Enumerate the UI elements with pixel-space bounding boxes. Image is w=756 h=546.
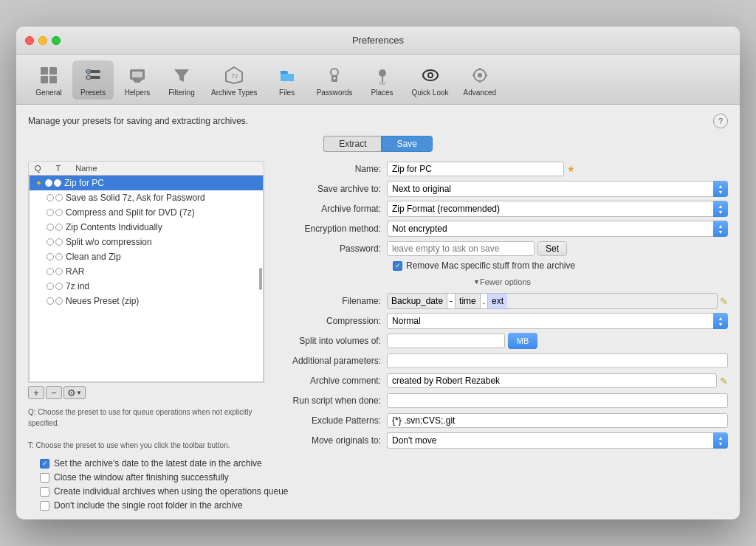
toolbar-files[interactable]: Files bbox=[267, 61, 308, 100]
checkbox-date[interactable] bbox=[40, 459, 49, 469]
radio-t-8[interactable] bbox=[55, 283, 63, 290]
password-input[interactable] bbox=[387, 241, 535, 256]
preset-item-7[interactable]: RAR bbox=[30, 264, 263, 279]
checkbox-individual[interactable] bbox=[40, 487, 49, 497]
move-originals-select[interactable]: Don't move ▲ ▼ bbox=[387, 432, 728, 449]
run-script-row: Run script when done: bbox=[276, 393, 728, 409]
toolbar-filtering[interactable]: Filtering bbox=[161, 61, 202, 100]
radio-q-6[interactable] bbox=[47, 253, 54, 260]
toolbar-presets[interactable]: Presets bbox=[72, 61, 114, 100]
remove-preset-button[interactable]: − bbox=[46, 386, 62, 399]
additional-input[interactable] bbox=[387, 353, 728, 368]
archive-format-select[interactable]: Zip Format (recommended) ▲ ▼ bbox=[387, 201, 728, 217]
passwords-label: Passwords bbox=[317, 89, 353, 97]
save-archive-dropdown-icon[interactable]: ▲ ▼ bbox=[713, 181, 728, 197]
checkbox-root-label: Don't include the single root folder in … bbox=[54, 500, 243, 511]
preset-item-1[interactable]: ✦ Zip for PC bbox=[30, 176, 263, 190]
radio-q-2[interactable] bbox=[47, 194, 54, 201]
star-bookmark-icon[interactable]: ★ bbox=[567, 164, 575, 174]
toolbar-general[interactable]: General bbox=[28, 61, 69, 100]
radio-q-7[interactable] bbox=[47, 268, 54, 275]
radio-q-5[interactable] bbox=[47, 238, 54, 246]
radio-t-4[interactable] bbox=[55, 224, 63, 231]
checkbox-individual-label: Create individual archives when using th… bbox=[54, 486, 289, 497]
radio-q-3[interactable] bbox=[47, 209, 54, 216]
filename-label: Filename: bbox=[276, 296, 387, 306]
radio-t-7[interactable] bbox=[55, 268, 63, 275]
radio-q-1[interactable] bbox=[45, 179, 52, 187]
set-password-button[interactable]: Set bbox=[537, 241, 567, 256]
comment-input[interactable] bbox=[387, 373, 717, 388]
tab-save[interactable]: Save bbox=[381, 136, 432, 152]
toolbar-places[interactable]: Places bbox=[362, 61, 403, 100]
add-preset-button[interactable]: + bbox=[28, 386, 44, 399]
preset-item-2[interactable]: Save as Solid 7z, Ask for Password bbox=[30, 190, 263, 205]
help-button[interactable]: ? bbox=[713, 114, 728, 128]
encryption-dropdown-icon[interactable]: ▲ ▼ bbox=[713, 221, 728, 237]
comment-control: ✎ bbox=[387, 373, 728, 388]
checkbox-close-label: Close the window after finishing success… bbox=[54, 472, 229, 483]
svg-point-8 bbox=[86, 75, 91, 80]
radio-q-9[interactable] bbox=[47, 297, 54, 305]
preset-list[interactable]: ✦ Zip for PC bbox=[29, 176, 264, 382]
save-archive-select[interactable]: Next to original ▲ ▼ bbox=[387, 181, 728, 197]
checkbox-close-row: Close the window after finishing success… bbox=[40, 472, 728, 483]
toolbar-archive-types[interactable]: 7z Archive Types bbox=[205, 61, 264, 100]
comment-edit-icon[interactable]: ✎ bbox=[720, 376, 728, 387]
toolbar-passwords[interactable]: Passwords bbox=[311, 61, 359, 100]
preset-item-4[interactable]: Zip Contents Individually bbox=[30, 220, 263, 235]
window-title: Preferences bbox=[352, 35, 404, 46]
radio-t-6[interactable] bbox=[55, 253, 63, 260]
checkbox-close[interactable] bbox=[40, 473, 49, 483]
preset-item-8[interactable]: 7z ind bbox=[30, 279, 263, 294]
radio-t-3[interactable] bbox=[55, 209, 63, 216]
checkbox-root[interactable] bbox=[40, 501, 49, 511]
archive-format-dropdown-icon[interactable]: ▲ ▼ bbox=[713, 201, 728, 217]
preset-name-4: Zip Contents Individually bbox=[66, 222, 162, 232]
t-note: T: Choose the preset to use when you cli… bbox=[28, 440, 264, 451]
radio-group-1 bbox=[45, 179, 61, 187]
radio-t-2[interactable] bbox=[55, 194, 63, 201]
scrollbar[interactable] bbox=[259, 268, 262, 290]
radio-q-8[interactable] bbox=[47, 283, 54, 290]
split-unit-dropdown[interactable]: MB bbox=[508, 333, 537, 349]
close-button[interactable] bbox=[25, 36, 34, 45]
toolbar-advanced[interactable]: Advanced bbox=[458, 61, 502, 100]
move-originals-dropdown-icon[interactable]: ▲ ▼ bbox=[713, 432, 728, 449]
footer-notes: Q: Choose the preset to use for queue op… bbox=[28, 407, 264, 451]
filename-edit-icon[interactable]: ✎ bbox=[720, 296, 728, 307]
password-label: Password: bbox=[276, 243, 387, 254]
general-label: General bbox=[35, 89, 62, 97]
remove-mac-checkbox[interactable] bbox=[393, 261, 402, 271]
minimize-button[interactable] bbox=[38, 36, 47, 45]
compression-select[interactable]: Normal ▲ ▼ bbox=[387, 313, 728, 329]
tab-extract[interactable]: Extract bbox=[323, 136, 381, 152]
exclude-input[interactable] bbox=[387, 413, 728, 428]
radio-t-9[interactable] bbox=[55, 297, 63, 305]
compression-dropdown-icon[interactable]: ▲ ▼ bbox=[713, 313, 728, 329]
filename-control: Backup_date - time . ext ✎ bbox=[387, 293, 728, 309]
radio-t-1[interactable] bbox=[54, 179, 61, 187]
encryption-select[interactable]: Not encrypted ▲ ▼ bbox=[387, 221, 728, 237]
archive-format-label: Archive format: bbox=[276, 204, 387, 214]
advanced-icon bbox=[468, 63, 492, 87]
preset-item-9[interactable]: Neues Preset (zip) bbox=[30, 294, 263, 308]
gear-button[interactable]: ⚙▼ bbox=[63, 386, 86, 399]
preset-item-3[interactable]: Compress and Split for DVD (7z) bbox=[30, 205, 263, 220]
split-input[interactable] bbox=[387, 334, 505, 348]
preset-item-6[interactable]: Clean and Zip bbox=[30, 249, 263, 264]
preset-name-5: Split w/o compression bbox=[66, 237, 152, 247]
run-script-input[interactable] bbox=[387, 393, 728, 408]
radio-t-5[interactable] bbox=[55, 238, 63, 246]
additional-label: Additional parameters: bbox=[276, 356, 387, 366]
preset-item-5[interactable]: Split w/o compression bbox=[30, 235, 263, 249]
split-control: MB bbox=[387, 333, 728, 349]
svg-rect-3 bbox=[49, 76, 57, 83]
maximize-button[interactable] bbox=[52, 36, 61, 45]
toolbar-quick-look[interactable]: Quick Look bbox=[406, 61, 455, 100]
name-input[interactable] bbox=[387, 162, 564, 176]
fewer-options-disclosure[interactable]: Fewer options bbox=[276, 277, 728, 286]
radio-q-4[interactable] bbox=[47, 224, 54, 231]
remove-mac-label: Remove Mac specific stuff from the archi… bbox=[406, 260, 575, 271]
toolbar-helpers[interactable]: Helpers bbox=[117, 61, 158, 100]
